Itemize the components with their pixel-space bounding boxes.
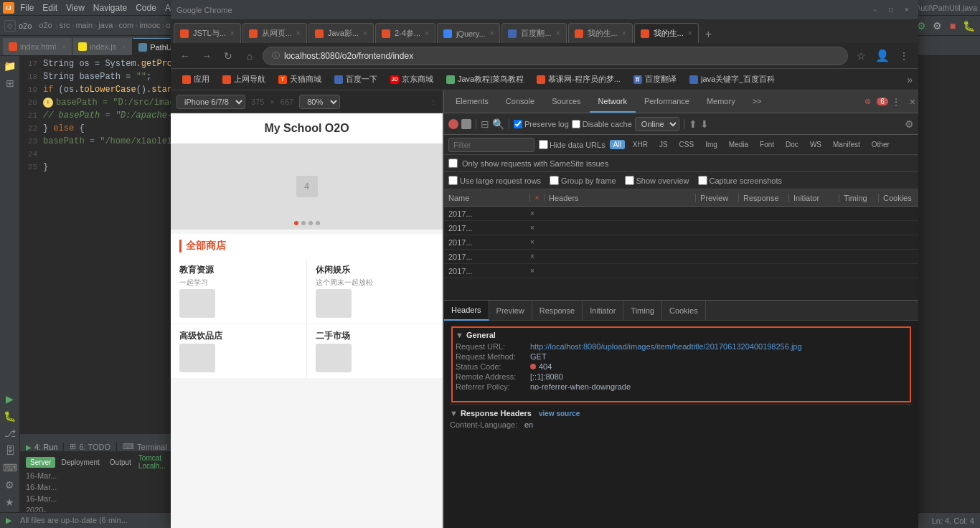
hide-data-urls-checkbox[interactable] <box>539 140 548 149</box>
category-education[interactable]: 教育资源 一起学习 <box>171 258 306 324</box>
menu-dots-button[interactable]: ⋮ <box>895 47 913 65</box>
reload-button[interactable]: ↻ <box>220 47 237 65</box>
detail-tab-headers[interactable]: Headers <box>444 301 489 321</box>
close-browser-tab-my2[interactable]: × <box>688 29 692 37</box>
add-tab-button[interactable]: + <box>700 26 717 43</box>
debug-button[interactable]: 🐛 <box>961 19 976 33</box>
browser-tab-jstl[interactable]: JSTL与... × <box>174 23 241 43</box>
capture-screenshots-checkbox[interactable] <box>698 176 707 185</box>
category-drinks[interactable]: 高级饮品店 <box>171 324 306 378</box>
devtools-settings-gear[interactable]: ⚙ <box>905 118 914 130</box>
sidebar-structure-icon[interactable]: ⊞ <box>3 76 17 90</box>
server-tab-output[interactable]: Output <box>105 457 136 468</box>
menu-edit[interactable]: Edit <box>42 3 57 13</box>
maximize-button[interactable]: □ <box>885 4 897 16</box>
settings-button[interactable]: ⚙ <box>930 19 944 33</box>
devtools-tab-sources[interactable]: Sources <box>543 91 589 113</box>
bookmark-baidu[interactable]: 百度一下 <box>329 72 383 86</box>
close-browser-tab-24[interactable]: × <box>425 29 429 37</box>
sidebar-terminal-icon[interactable]: ⌨ <box>3 461 17 475</box>
close-browser-tab-jstl[interactable]: × <box>230 29 235 37</box>
server-tab-server[interactable]: Server <box>26 457 55 468</box>
network-item-5[interactable]: 2017... × <box>444 264 918 278</box>
server-tab-deployment[interactable]: Deployment <box>57 457 103 468</box>
menu-view[interactable]: View <box>66 3 85 13</box>
close-browser-tab-java[interactable]: × <box>363 29 367 37</box>
tab-index-html[interactable]: index.html × <box>3 38 72 55</box>
bookmark-java-keyword[interactable]: java关键字_百度百科 <box>684 72 781 86</box>
terminal-tab[interactable]: ⌨ Terminal <box>117 442 174 451</box>
filter-manifest-button[interactable]: Manifest <box>829 140 864 149</box>
bookmarks-more-icon[interactable]: » <box>907 74 913 85</box>
close-browser-tab-webpage[interactable]: × <box>296 29 301 37</box>
filter-doc-button[interactable]: Doc <box>782 140 802 149</box>
forward-button[interactable]: → <box>198 47 215 65</box>
bookmark-star-button[interactable]: ☆ <box>852 47 870 65</box>
detail-tab-initiator[interactable]: Initiator <box>583 301 623 321</box>
browser-tab-baidu-translate[interactable]: 百度翻... × <box>501 23 566 43</box>
bookmark-imooc[interactable]: 慕课网-程序员的梦... <box>531 72 626 86</box>
browser-tab-jquery[interactable]: jQuery... × <box>437 23 501 43</box>
sidebar-settings-icon[interactable]: ⚙ <box>3 478 17 492</box>
network-item-1[interactable]: 2017... × <box>444 207 918 221</box>
minimize-button[interactable]: － <box>870 4 881 16</box>
devtools-tab-performance[interactable]: Performance <box>636 91 698 113</box>
bookmark-fanyi[interactable]: 百 百度翻译 <box>628 72 682 86</box>
detail-tab-timing[interactable]: Timing <box>623 301 662 321</box>
sidebar-database-icon[interactable]: 🗄 <box>3 443 17 458</box>
devtools-settings-icon[interactable]: ⋮ <box>891 96 901 108</box>
menu-navigate[interactable]: Navigate <box>93 3 127 13</box>
record-button[interactable] <box>448 119 458 129</box>
phone-more-options[interactable]: ⋮ <box>430 98 437 105</box>
browser-tab-my1[interactable]: 我的生... × <box>568 23 633 43</box>
filter-other-button[interactable]: Other <box>868 140 893 149</box>
show-overview-checkbox[interactable] <box>625 176 634 185</box>
preserve-log-checkbox[interactable]: Preserve log <box>514 120 569 128</box>
bookmark-cainiao[interactable]: Java教程|菜鸟教程 <box>440 72 529 86</box>
browser-tab-webpage[interactable]: 从网页... × <box>242 23 307 43</box>
stop-recording-button[interactable] <box>461 119 471 129</box>
detail-tab-preview[interactable]: Preview <box>489 301 532 321</box>
category-secondhand[interactable]: 二手市场 <box>307 324 443 378</box>
upload-icon[interactable]: ⬆ <box>689 118 697 130</box>
network-throttle-select[interactable]: Online <box>635 117 679 131</box>
browser-tab-java[interactable]: Java影... × <box>308 23 374 43</box>
devtools-tab-network[interactable]: Network <box>590 91 636 113</box>
large-rows-checkbox[interactable] <box>448 176 458 185</box>
filter-all-button[interactable]: All <box>610 140 625 149</box>
sidebar-run-icon[interactable]: ▶ <box>3 392 17 406</box>
sidebar-project-icon[interactable]: 📁 <box>3 59 17 73</box>
home-button[interactable]: ⌂ <box>241 47 258 65</box>
filter-button[interactable]: ⊟ <box>481 118 489 130</box>
filter-media-button[interactable]: Media <box>725 140 752 149</box>
tab-index-js[interactable]: index.js × <box>72 38 133 55</box>
filter-css-button[interactable]: CSS <box>676 140 698 149</box>
devtools-tab-console[interactable]: Console <box>497 91 543 113</box>
only-samesite-checkbox[interactable] <box>448 159 458 168</box>
close-tab-js[interactable]: × <box>122 43 126 51</box>
browser-tab-my2[interactable]: 我的生... × <box>634 23 699 43</box>
network-item-2[interactable]: 2017... × <box>444 221 918 235</box>
search-button[interactable]: 🔍 <box>492 118 504 130</box>
browser-tab-24[interactable]: 2-4参... × <box>375 23 435 43</box>
group-by-frame-checkbox[interactable] <box>550 176 559 185</box>
bookmark-apps[interactable]: 应用 <box>176 72 215 86</box>
sidebar-git-icon[interactable]: ⎇ <box>3 426 17 440</box>
close-browser-tab-my1[interactable]: × <box>622 29 626 37</box>
bookmark-jd[interactable]: JD 京东商城 <box>385 72 439 86</box>
url-bar[interactable]: ⓘ localhost:8080/o2o/frontend/index <box>263 47 848 65</box>
filter-js-button[interactable]: JS <box>656 140 672 149</box>
close-browser-tab-bt[interactable]: × <box>556 29 560 37</box>
sidebar-bookmark-icon[interactable]: ★ <box>3 495 17 509</box>
devtools-tab-more[interactable]: >> <box>744 91 771 113</box>
zoom-select[interactable]: 80% <box>299 95 340 109</box>
detail-tab-response[interactable]: Response <box>532 301 583 321</box>
filter-xhr-button[interactable]: XHR <box>629 140 651 149</box>
disable-cache-checkbox[interactable]: Disable cache <box>572 120 632 128</box>
network-item-4[interactable]: 2017... × <box>444 250 918 264</box>
bookmark-navigation[interactable]: 上网导航 <box>217 72 271 86</box>
filter-img-button[interactable]: Img <box>702 140 721 149</box>
devtools-close-button[interactable]: × <box>910 96 915 108</box>
close-browser-tab-jquery[interactable]: × <box>490 29 494 37</box>
close-button[interactable]: × <box>901 4 913 16</box>
